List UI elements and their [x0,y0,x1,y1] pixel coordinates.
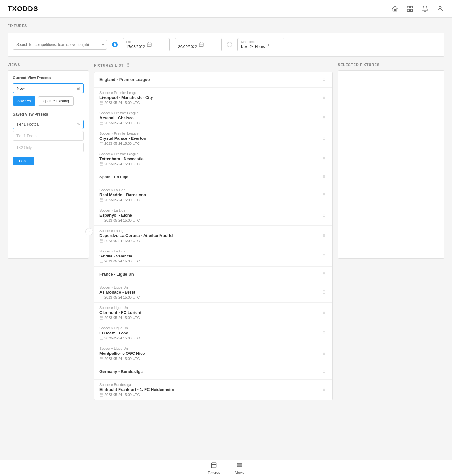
svg-point-37 [323,118,324,119]
fixture-info: Soccer » Premier League Tottenham - Newc… [99,152,321,166]
current-preset-input[interactable] [17,86,76,91]
fixture-drag-icon[interactable] [321,289,327,296]
home-icon[interactable] [391,4,399,13]
start-time-content: Start Time Next 24 Hours [241,40,265,49]
svg-point-130 [324,313,325,314]
svg-point-161 [323,387,324,388]
saved-option-1-text: Tier 1 Football [16,134,40,138]
fixture-teams: Deportivo La Coruna - Atletico Madrid [99,233,321,238]
svg-point-34 [324,116,325,116]
search-input[interactable] [13,40,107,50]
svg-point-106 [324,272,325,273]
saved-presets-label: Saved View Presets [13,112,84,116]
svg-point-62 [324,176,325,177]
svg-point-13 [323,78,324,78]
fixture-drag-icon[interactable] [321,94,327,102]
bell-icon[interactable] [421,4,429,13]
fixture-drag-icon[interactable] [321,252,327,260]
to-date-input[interactable]: To 26/09/2022 [175,38,222,51]
fixture-category: Soccer » Ligue Un [99,285,321,289]
calendar-small-icon [99,259,103,263]
user-icon[interactable] [436,4,444,13]
grid-icon[interactable] [406,4,414,13]
radio-selected[interactable] [112,42,118,47]
fixture-teams: Eintracht Frankfurt - 1. FC Heidenheim [99,387,321,392]
saved-option-2[interactable]: 1X2 Only [13,143,84,152]
svg-point-73 [323,195,324,196]
svg-point-164 [324,389,325,389]
svg-point-128 [324,312,325,312]
from-date-input[interactable]: From 17/08/2022 [123,38,170,51]
svg-point-117 [323,291,324,292]
update-existing-button[interactable]: Update Existing [38,96,74,106]
svg-point-56 [324,158,325,159]
fixture-drag-icon[interactable] [321,329,327,337]
calendar-small-icon [99,393,103,397]
svg-rect-5 [147,43,151,47]
selected-preset-row[interactable]: Tier 1 Football ✎ [13,120,84,129]
fixture-time: 2023-05-24 15:00 UTC [99,101,321,105]
svg-point-16 [324,79,325,79]
search-wrapper: ▼ [13,40,107,50]
fixture-drag-icon[interactable] [321,191,327,199]
svg-point-28 [324,98,325,99]
competition-drag-france[interactable] [321,270,327,278]
fixture-drag-icon[interactable] [321,232,327,240]
fixture-time: 2023-05-24 15:00 UTC [99,142,321,145]
svg-rect-2 [407,9,409,11]
fixture-drag-icon[interactable] [321,114,327,122]
svg-point-103 [323,257,324,257]
fixture-drag-icon[interactable] [321,309,327,317]
svg-point-148 [324,353,325,353]
drag-icon[interactable]: ⠿ [126,63,130,68]
views-panel-wrapper: VIEWS Current View Presets ⊞ Save As Upd… [8,63,89,400]
svg-point-24 [324,95,325,96]
fixture-time: 2023-05-24 15:00 UTC [99,259,321,263]
svg-point-72 [324,194,325,195]
svg-point-138 [324,332,325,333]
svg-point-58 [324,159,325,160]
fixture-drag-icon[interactable] [321,212,327,219]
load-button[interactable]: Load [13,157,34,165]
svg-point-15 [323,79,324,79]
fixture-item: Soccer » Premier League Tottenham - Newc… [94,149,332,169]
from-label: From [126,40,145,44]
radio-empty[interactable] [227,42,232,47]
fixture-teams: Crystal Palace - Everton [99,136,321,141]
calendar-icon [147,42,152,47]
calendar-small-icon [99,357,103,360]
fixture-item: Soccer » Ligue Un FC Metz - Losc 2023-05… [94,323,332,343]
svg-point-163 [323,389,324,389]
fixture-drag-icon[interactable] [321,386,327,394]
svg-point-17 [323,80,324,81]
svg-point-94 [324,236,325,237]
fixture-drag-icon[interactable] [321,155,327,163]
svg-point-48 [324,139,325,139]
selected-fixtures-title: SELECTED FIXTURES [338,63,444,67]
svg-point-55 [323,158,324,159]
fixture-teams: Liverpool - Manchester City [99,95,321,100]
saved-option-1[interactable]: Tier 1 Football [13,131,84,141]
competition-drag-germany[interactable] [321,368,327,376]
collapse-arrow[interactable]: › [85,228,93,235]
svg-point-83 [323,216,324,216]
selected-panel: SELECTED FIXTURES [338,63,444,400]
svg-point-33 [323,116,324,116]
fixture-time: 2023-05-24 15:00 UTC [99,393,321,397]
svg-point-27 [323,98,324,99]
svg-point-74 [324,195,325,196]
svg-point-135 [323,331,324,332]
fixture-drag-icon[interactable] [321,350,327,358]
competition-drag-england[interactable] [321,76,327,84]
edit-icon[interactable]: ✎ [77,122,80,127]
fixture-category: Soccer » Ligue Un [99,306,321,310]
start-time-arrow-icon: ▼ [267,43,270,46]
fixture-drag-icon[interactable] [321,135,327,143]
add-preset-icon[interactable]: ⊞ [76,86,80,91]
competition-drag-spain[interactable] [321,173,327,181]
main-layout: VIEWS Current View Presets ⊞ Save As Upd… [8,63,444,400]
save-as-button[interactable]: Save As [13,96,35,106]
start-time-input[interactable]: Start Time Next 24 Hours ▼ [237,38,284,51]
svg-point-127 [323,312,324,312]
start-time-value: Next 24 Hours [241,45,265,49]
